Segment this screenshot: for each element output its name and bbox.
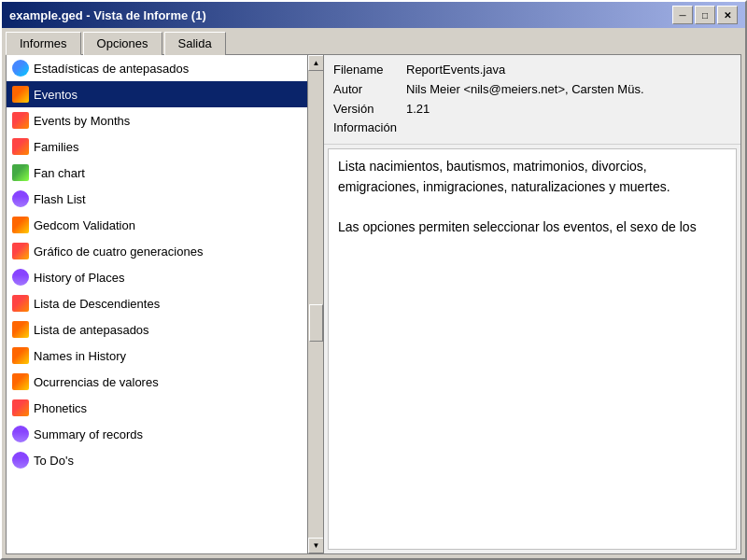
list-item-ocurrencias[interactable]: Ocurrencias de valores [7,369,307,395]
filename-value: ReportEvents.java [406,61,505,80]
summary-icon [8,422,32,445]
scroll-thumb[interactable] [309,304,323,342]
list-item-estadisticas[interactable]: Estadísticas de antepasados [7,55,307,81]
autor-value: Nils Meier <nils@meiers.net>, Carsten Mü… [406,80,644,100]
stats-icon [12,60,29,77]
info-header: Filename ReportEvents.java Autor Nils Me… [324,55,740,145]
info-description: Lista nacimientos, bautismos, matrimonio… [338,157,726,238]
gedcom-icon [12,217,29,233]
autor-label: Autor [333,80,399,100]
report-list: Estadísticas de antepasados Eventos Even… [7,55,307,553]
scroll-track[interactable] [308,71,323,538]
close-button[interactable]: ✕ [717,6,738,24]
list-item-gedcom[interactable]: Gedcom Validation [7,212,307,238]
fan-icon [12,164,29,181]
scroll-down-button[interactable]: ▼ [308,538,323,553]
info-panel: Filename ReportEvents.java Autor Nils Me… [324,55,740,553]
list-item-families[interactable]: Families [7,133,307,160]
informacion-row: Información [333,119,731,138]
lista-icon [12,295,29,312]
scroll-up-button[interactable]: ▲ [308,55,323,71]
list-item-lista-descendientes[interactable]: Lista de Descendientes [7,290,307,316]
list-item-todo[interactable]: To Do's [7,447,307,473]
tab-salida[interactable]: Salida [164,32,226,55]
list-item-flash-list[interactable]: Flash List [7,186,307,212]
app-window: example.ged - Vista de Informe (1) ─ □ ✕… [0,0,747,560]
list-scrollbar[interactable]: ▲ ▼ [307,55,323,553]
title-bar: example.ged - Vista de Informe (1) ─ □ ✕ [2,2,745,28]
version-row: Versión 1.21 [333,100,731,119]
info-body: Lista nacimientos, bautismos, matrimonio… [328,148,737,550]
main-panel: Estadísticas de antepasados Eventos Even… [6,54,741,554]
family-icon [12,138,29,155]
filename-row: Filename ReportEvents.java [333,61,731,80]
list-item-history-places[interactable]: History of Places [7,264,307,290]
grafico-icon [12,243,29,259]
maximize-button[interactable]: □ [695,6,715,24]
list-item-eventos[interactable]: Eventos [7,81,307,107]
flash-icon [8,187,32,210]
todo-icon [8,448,32,471]
list-item-phonetics[interactable]: Phonetics [7,395,307,421]
list-item-lista-antepasados[interactable]: Lista de antepasados [7,316,307,343]
list-item-summary[interactable]: Summary of records [7,421,307,447]
list-item-fan-chart[interactable]: Fan chart [7,160,307,186]
tab-informes[interactable]: Informes [6,32,81,55]
list-item-grafico[interactable]: Gráfico de cuatro generaciones [7,238,307,264]
tab-bar: Informes Opciones Salida [6,32,741,55]
ocurrencias-icon [12,373,29,390]
names-icon [12,347,29,364]
filename-label: Filename [333,61,399,80]
version-label: Versión [333,100,399,119]
window-controls: ─ □ ✕ [672,6,738,24]
list-container: Estadísticas de antepasados Eventos Even… [7,55,323,553]
phonetics-icon [12,399,29,416]
window-body: Informes Opciones Salida Estadísticas de… [2,28,745,558]
list-item-names-history[interactable]: Names in History [7,343,307,369]
informacion-label: Información [333,119,399,138]
list-panel: Estadísticas de antepasados Eventos Even… [7,55,324,553]
antepasados-icon [12,321,29,338]
window-title: example.ged - Vista de Informe (1) [9,8,206,22]
events-icon [12,86,29,103]
tab-opciones[interactable]: Opciones [83,32,162,55]
minimize-button[interactable]: ─ [672,6,693,24]
autor-row: Autor Nils Meier <nils@meiers.net>, Cars… [333,80,731,100]
history-icon [8,265,32,288]
version-value: 1.21 [406,100,430,119]
list-item-events-by-months[interactable]: Events by Months [7,107,307,133]
months-icon [12,112,29,129]
